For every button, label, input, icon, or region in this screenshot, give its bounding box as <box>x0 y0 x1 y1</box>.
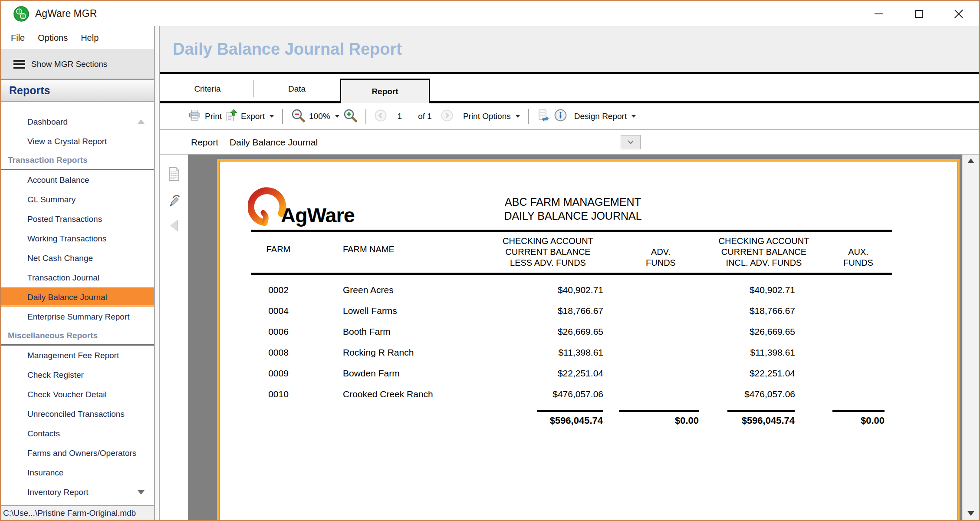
table-header-row: FARM FARM NAME CHECKING ACCOUNT CURRENT … <box>251 236 892 274</box>
zoom-in-icon <box>343 109 357 125</box>
sidebar-item-posted-transactions[interactable]: Posted Transactions <box>1 209 154 229</box>
report-toolbar: Print Export <box>160 103 979 130</box>
col-header-farm: FARM <box>251 236 306 274</box>
print-options-label: Print Options <box>463 112 511 121</box>
sidebar-item-gl-summary[interactable]: GL Summary <box>1 190 154 209</box>
chevron-down-icon <box>627 140 635 145</box>
sidebar-item-account-balance[interactable]: Account Balance <box>1 170 154 190</box>
next-page-button[interactable] <box>441 109 453 124</box>
minimize-button[interactable] <box>859 1 899 26</box>
print-button[interactable]: Print <box>188 109 222 124</box>
annotation-pen-icon[interactable] <box>167 194 181 209</box>
close-icon <box>954 9 964 19</box>
report-logo: AgWare <box>248 186 355 226</box>
report-viewer: AgWare ABC FARM MANAGEMENT DAILY BALANCE… <box>160 155 979 520</box>
page-title: Daily Balance Journal Report <box>160 26 979 72</box>
sidebar-item-contacts[interactable]: Contacts <box>1 424 154 443</box>
sidebar-item-daily-balance-journal[interactable]: Daily Balance Journal <box>1 287 154 307</box>
report-selector-dropdown-button[interactable] <box>621 135 641 149</box>
page-count-label: of 1 <box>418 112 432 121</box>
group-tree-icon[interactable] <box>168 167 180 183</box>
sidebar-item-farms-and-owners-operators[interactable]: Farms and Owners/Operators <box>1 443 154 463</box>
design-report-dropdown[interactable]: Design Report <box>574 112 636 121</box>
export-label: Export <box>241 112 265 121</box>
report-selector-label: Report <box>191 137 218 148</box>
vertical-scrollbar[interactable] <box>962 155 979 520</box>
tab-report[interactable]: Report <box>340 79 430 103</box>
hamburger-icon <box>13 60 25 69</box>
col-header-balance-less: CHECKING ACCOUNT CURRENT BALANCE LESS AD… <box>477 236 618 274</box>
table-row: 0008 Rocking R Ranch $11,398.61 $11,398.… <box>251 342 892 363</box>
sidebar: File Options Help Show MGR Sections Repo… <box>1 26 154 520</box>
total-aux-funds: $0.00 <box>832 410 885 426</box>
sidebar-item-working-transactions[interactable]: Working Transactions <box>1 229 154 248</box>
report-header-block: ABC FARM MANAGEMENT DAILY BALANCE JOURNA… <box>464 195 681 223</box>
previous-page-icon <box>375 109 387 124</box>
sidebar-item-unreconciled-transactions[interactable]: Unreconciled Transactions <box>1 404 154 424</box>
title-bar: AgWare MGR <box>1 1 979 26</box>
menu-help[interactable]: Help <box>81 33 99 43</box>
print-options-caret-icon <box>516 115 520 118</box>
report-info-button[interactable] <box>554 109 567 124</box>
tab-criteria[interactable]: Criteria <box>161 76 253 101</box>
table-row: 0006 Booth Farm $26,669.65 $26,669.65 <box>251 321 892 342</box>
sidebar-item-check-register[interactable]: Check Register <box>1 365 154 385</box>
export-button[interactable]: Export <box>226 109 274 124</box>
scroll-down-icon[interactable] <box>138 490 145 495</box>
design-report-caret-icon <box>631 115 636 118</box>
export-caret-icon <box>270 115 274 118</box>
scrollbar-down-icon[interactable] <box>967 511 974 516</box>
viewer-side-toolbar <box>160 155 188 520</box>
collapse-panel-icon[interactable] <box>170 220 178 231</box>
sidebar-item-enterprise-summary-report[interactable]: Enterprise Summary Report <box>1 307 154 326</box>
table-row: 0009 Bowden Farm $22,251.04 $22,251.04 <box>251 363 892 384</box>
zoom-out-button[interactable] <box>291 109 305 125</box>
menu-options[interactable]: Options <box>38 33 68 43</box>
export-icon <box>226 109 237 124</box>
scroll-up-icon[interactable] <box>138 119 145 124</box>
total-adv-funds: $0.00 <box>619 410 699 426</box>
maximize-icon <box>915 10 923 18</box>
zoom-caret-icon <box>335 115 339 118</box>
zoom-level-value: 100% <box>309 112 330 121</box>
table-totals-row: $596,045.74 $0.00 $596,045.74 $0.00 <box>251 405 892 429</box>
maximize-button[interactable] <box>899 1 939 26</box>
menu-bar: File Options Help <box>1 26 154 49</box>
main-panel: Daily Balance Journal Report Criteria Da… <box>160 26 979 520</box>
close-button[interactable] <box>939 1 979 26</box>
sidebar-item-net-cash-change[interactable]: Net Cash Change <box>1 248 154 268</box>
sidebar-item-check-voucher-detail[interactable]: Check Voucher Detail <box>1 385 154 404</box>
tab-strip-rule <box>160 101 979 103</box>
tab-data[interactable]: Data <box>254 76 340 101</box>
total-balance-incl: $596,045.74 <box>727 410 795 426</box>
report-selector-value[interactable]: Daily Balance Journal <box>230 137 318 148</box>
zoom-in-button[interactable] <box>343 109 357 125</box>
sidebar-item-inventory-report[interactable]: Inventory Report <box>1 482 154 502</box>
sidebar-splitter[interactable] <box>154 26 160 520</box>
logo-wordmark: AgWare <box>281 205 355 225</box>
col-header-farm-name: FARM NAME <box>306 236 477 274</box>
report-page: AgWare ABC FARM MANAGEMENT DAILY BALANCE… <box>217 159 960 520</box>
previous-page-button[interactable] <box>375 109 387 124</box>
print-options-dropdown[interactable]: Print Options <box>463 112 520 121</box>
info-icon <box>554 109 567 124</box>
total-balance-less: $596,045.74 <box>537 410 603 426</box>
sidebar-item-transaction-journal[interactable]: Transaction Journal <box>1 268 154 287</box>
show-mgr-sections-button[interactable]: Show MGR Sections <box>1 49 154 79</box>
col-header-adv-funds: ADV. FUNDS <box>618 236 703 274</box>
database-path-label: C:\Use...\Pristine Farm-Original.mdb <box>3 508 136 518</box>
section-transaction-reports: Transaction Reports <box>1 151 154 170</box>
sidebar-item-view-crystal-report[interactable]: View a Crystal Report <box>1 132 154 151</box>
sidebar-item-insurance[interactable]: Insurance <box>1 463 154 482</box>
page-setup-button[interactable] <box>537 109 550 124</box>
status-bar: C:\Use...\Pristine Farm-Original.mdb <box>1 505 154 520</box>
balance-table: FARM FARM NAME CHECKING ACCOUNT CURRENT … <box>251 236 892 429</box>
menu-file[interactable]: File <box>11 33 25 43</box>
sidebar-item-management-fee-report[interactable]: Management Fee Report <box>1 346 154 365</box>
sidebar-item-dashboard[interactable]: Dashboard <box>1 112 154 132</box>
print-label: Print <box>205 112 222 121</box>
zoom-level-dropdown[interactable]: 100% <box>309 112 339 121</box>
scrollbar-up-icon[interactable] <box>967 158 974 163</box>
sidebar-panel-title: Reports <box>1 79 154 102</box>
toolbar-separator <box>365 109 366 124</box>
